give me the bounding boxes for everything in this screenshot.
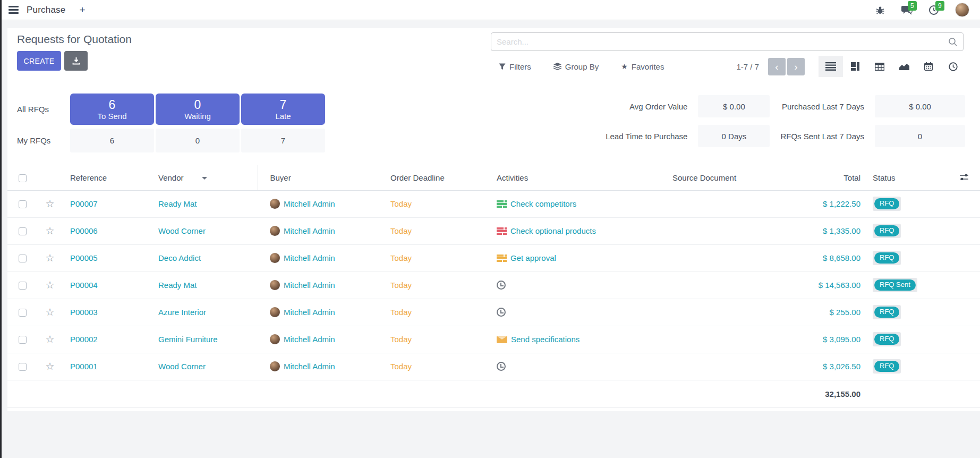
table-row[interactable]: ☆ P00004 Ready Mat Mitchell Admin Today … (7, 272, 980, 299)
reference-link[interactable]: P00003 (70, 308, 98, 317)
avg-order-value[interactable]: $ 0.00 (698, 95, 770, 117)
reference-header[interactable]: Reference (63, 165, 151, 190)
table-row[interactable]: ☆ P00005 Deco Addict Mitchell Admin Toda… (7, 244, 980, 272)
my-late-cell[interactable]: 7 (241, 129, 325, 152)
export-button[interactable] (64, 51, 88, 71)
row-checkbox[interactable] (19, 363, 27, 371)
activity-label[interactable]: Send specifications (511, 335, 580, 344)
favorite-star-icon[interactable]: ☆ (45, 307, 54, 318)
graph-view-button[interactable] (892, 56, 916, 77)
favorites-menu[interactable]: ★ Favorites (621, 62, 664, 71)
table-row[interactable]: ☆ P00006 Wood Corner Mitchell Admin Toda… (7, 217, 980, 244)
table-row[interactable]: ☆ P00003 Azure Interior Mitchell Admin T… (7, 299, 980, 326)
row-checkbox[interactable] (19, 336, 27, 344)
favorite-star-icon[interactable]: ☆ (45, 361, 54, 372)
search-input[interactable] (497, 37, 948, 46)
buyer-name[interactable]: Mitchell Admin (284, 253, 335, 262)
vendor-link[interactable]: Gemini Furniture (158, 335, 218, 344)
vendor-link[interactable]: Azure Interior (158, 308, 206, 317)
row-checkbox[interactable] (19, 309, 27, 317)
rfqs-sent-last-7-days[interactable]: 0 (875, 125, 965, 147)
favorite-star-icon[interactable]: ☆ (45, 225, 54, 236)
activity-label[interactable]: Check optional products (510, 226, 596, 235)
activity-icon[interactable] (497, 227, 507, 235)
buyer-name[interactable]: Mitchell Admin (284, 308, 335, 317)
row-checkbox[interactable] (19, 227, 27, 235)
activities-clock-icon[interactable]: 9 (928, 5, 939, 15)
star-column-header (37, 165, 63, 190)
kanban-view-button[interactable] (843, 56, 867, 77)
activity-icon[interactable] (497, 362, 506, 371)
activities-header[interactable]: Activities (491, 165, 661, 190)
add-tab-button[interactable]: + (79, 5, 85, 15)
vendor-link[interactable]: Ready Mat (158, 199, 197, 208)
reference-link[interactable]: P00004 (70, 281, 98, 290)
buyer-name[interactable]: Mitchell Admin (284, 199, 335, 208)
reference-link[interactable]: P00001 (70, 362, 98, 371)
row-checkbox[interactable] (19, 282, 27, 290)
total-header[interactable]: Total (804, 165, 866, 190)
source-document-header[interactable]: Source Document (661, 165, 804, 190)
activity-icon[interactable] (497, 308, 506, 317)
table-row[interactable]: ☆ P00007 Ready Mat Mitchell Admin Today … (7, 190, 980, 217)
favorite-star-icon[interactable]: ☆ (45, 334, 54, 345)
pager-previous-button[interactable]: ‹ (768, 58, 786, 75)
vendor-header[interactable]: Vendor (151, 165, 258, 190)
row-checkbox[interactable] (19, 200, 27, 208)
activity-icon[interactable] (497, 255, 507, 262)
vendor-link[interactable]: Wood Corner (158, 226, 206, 235)
vendor-link[interactable]: Wood Corner (158, 362, 206, 371)
late-card[interactable]: 7 Late (241, 94, 325, 125)
pager-next-button[interactable]: › (787, 58, 805, 75)
to-send-card[interactable]: 6 To Send (70, 94, 154, 125)
buyer-header[interactable]: Buyer (258, 165, 379, 190)
activity-icon[interactable] (497, 281, 506, 290)
my-to-send-cell[interactable]: 6 (70, 129, 154, 152)
filters-menu[interactable]: Filters (499, 62, 531, 71)
vendor-link[interactable]: Deco Addict (158, 253, 201, 262)
buyer-name[interactable]: Mitchell Admin (284, 281, 335, 290)
waiting-card[interactable]: 0 Waiting (156, 94, 240, 125)
app-name[interactable]: Purchase (27, 5, 65, 15)
create-button[interactable]: CREATE (17, 51, 61, 71)
favorite-star-icon[interactable]: ☆ (45, 198, 54, 209)
debug-bug-icon[interactable] (875, 5, 885, 15)
status-header[interactable]: Status (866, 165, 948, 190)
reference-link[interactable]: P00002 (70, 335, 98, 344)
reference-link[interactable]: P00006 (70, 226, 98, 235)
apps-menu-icon[interactable] (8, 6, 19, 14)
buyer-name[interactable]: Mitchell Admin (284, 335, 335, 344)
user-avatar[interactable] (955, 3, 969, 17)
favorite-star-icon[interactable]: ☆ (45, 252, 54, 264)
activity-view-button[interactable] (941, 56, 965, 77)
list-view-button[interactable] (819, 56, 843, 77)
purchased-last-7-days[interactable]: $ 0.00 (875, 95, 965, 117)
lead-time-value[interactable]: 0 Days (698, 125, 770, 147)
vendor-link[interactable]: Ready Mat (158, 281, 197, 290)
activity-label[interactable]: Get approval (510, 253, 556, 262)
reference-link[interactable]: P00005 (70, 253, 98, 262)
messages-icon[interactable]: 5 (901, 5, 913, 15)
content-panel: Requests for Quotation CREATE Filters Gr… (7, 28, 980, 411)
reference-link[interactable]: P00007 (70, 199, 98, 208)
search-icon[interactable] (948, 37, 958, 47)
favorite-star-icon[interactable]: ☆ (45, 279, 54, 291)
rfq-dashboard: All RFQs 6 To Send 0 Waiting 7 Late My R… (17, 94, 325, 152)
calendar-view-button[interactable] (916, 56, 941, 77)
download-icon (72, 57, 80, 65)
pivot-view-button[interactable] (867, 56, 892, 77)
select-all-checkbox[interactable] (19, 174, 27, 182)
activity-icon[interactable] (497, 336, 507, 343)
table-row[interactable]: ☆ P00001 Wood Corner Mitchell Admin Toda… (7, 353, 980, 380)
row-checkbox[interactable] (19, 255, 27, 262)
optional-columns-button[interactable] (948, 165, 980, 190)
table-row[interactable]: ☆ P00002 Gemini Furniture Mitchell Admin… (7, 326, 980, 353)
buyer-name[interactable]: Mitchell Admin (284, 226, 335, 235)
activity-label[interactable]: Check competitors (510, 199, 576, 208)
activity-icon[interactable] (497, 200, 507, 208)
buyer-name[interactable]: Mitchell Admin (284, 362, 335, 371)
search-options-row: Filters Group By ★ Favorites 1-7 / 7 ‹ › (499, 56, 965, 77)
order-deadline-header[interactable]: Order Deadline (379, 165, 491, 190)
my-waiting-cell[interactable]: 0 (156, 129, 240, 152)
group-by-menu[interactable]: Group By (553, 62, 599, 71)
